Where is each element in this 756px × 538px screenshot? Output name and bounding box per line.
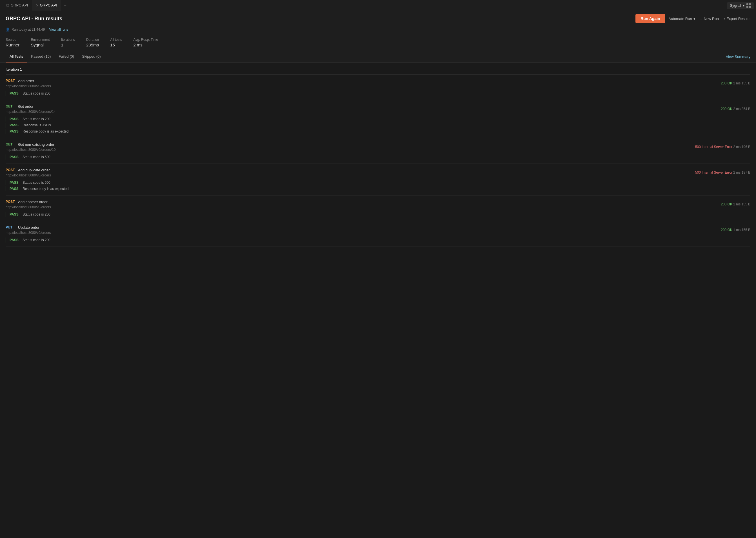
request-size-2: 196 B: [742, 145, 750, 149]
request-meta-3: 500 Internal Server Error 2 ms 187 B: [695, 171, 750, 175]
stat-all-tests: All tests 15: [110, 38, 122, 47]
tests-list-1: PASS Status code is 200 PASS Response is…: [6, 117, 750, 134]
tab-grpc-active-label: GRPC API: [40, 3, 57, 7]
request-size-1: 354 B: [742, 107, 750, 111]
export-icon: ↑: [723, 17, 725, 21]
request-time-1: 2 ms: [733, 107, 740, 111]
run-again-button[interactable]: Run Again: [635, 14, 665, 23]
request-left-3: POST Add duplicate order http://localhos…: [6, 168, 51, 177]
request-size-0: 155 B: [742, 81, 750, 85]
request-left-4: POST Add another order http://localhost:…: [6, 199, 51, 209]
stat-all-tests-label: All tests: [110, 38, 122, 42]
request-status-5: 200 OK: [721, 228, 732, 232]
automate-run-label: Automate Run: [669, 17, 692, 21]
stat-duration-value: 235ms: [86, 42, 99, 47]
tab-passed[interactable]: Passed (15): [27, 51, 55, 63]
request-time-3: 2 ms: [733, 171, 740, 175]
toolbar-actions: Automate Run ▾ + New Run ↑ Export Result…: [669, 16, 750, 21]
method-badge-2: GET: [6, 142, 16, 147]
request-meta-2: 500 Internal Server Error 2 ms 196 B: [695, 145, 750, 149]
request-size-4: 155 B: [742, 202, 750, 206]
test-result-1-1: PASS: [10, 123, 20, 127]
test-label-3-1: Response body is as expected: [23, 187, 68, 191]
tab-grpc-active[interactable]: ▷ GRPC API: [32, 0, 61, 11]
page-title: GRPC API - Run results: [6, 16, 635, 22]
workspace-selector[interactable]: Sygnal ▾: [727, 2, 754, 9]
request-name-3: Add duplicate order: [18, 168, 50, 172]
request-time-5: 1 ms: [733, 228, 740, 232]
tests-list-0: PASS Status code is 200: [6, 91, 750, 96]
request-name-2: Get non-exisitng order: [18, 142, 54, 147]
request-left-0: POST Add order http://localhost:8080/v0/…: [6, 79, 51, 88]
automate-run-button[interactable]: Automate Run ▾: [669, 17, 695, 21]
test-item-1-2: PASS Response body is as expected: [6, 129, 750, 134]
stat-iterations-value: 1: [61, 42, 75, 47]
meta-separator: ·: [46, 27, 47, 31]
export-results-label: Export Results: [726, 17, 750, 21]
stat-environment-label: Environment: [31, 38, 50, 42]
request-block-2[interactable]: GET Get non-exisitng order http://localh…: [6, 138, 750, 164]
tab-all-tests[interactable]: All Tests: [6, 51, 27, 63]
request-header-3: POST Add duplicate order http://localhos…: [6, 168, 750, 177]
request-header-2: GET Get non-exisitng order http://localh…: [6, 142, 750, 152]
new-run-plus-icon: +: [700, 16, 703, 21]
stat-source: Source Runner: [6, 38, 20, 47]
request-name-4: Add another order: [18, 200, 48, 204]
request-name-1: Get order: [18, 104, 33, 109]
test-item-3-0: PASS Status code is 500: [6, 180, 750, 185]
test-item-0-0: PASS Status code is 200: [6, 91, 750, 96]
request-block-3[interactable]: POST Add duplicate order http://localhos…: [6, 164, 750, 195]
test-item-1-1: PASS Response is JSON: [6, 123, 750, 128]
test-result-4-0: PASS: [10, 212, 20, 216]
test-label-3-0: Status code is 500: [23, 181, 50, 185]
request-status-2: 500 Internal Server Error: [695, 145, 732, 149]
tab-skipped[interactable]: Skipped (0): [78, 51, 104, 63]
filter-tabs: All Tests Passed (15) Failed (0) Skipped…: [0, 51, 756, 63]
request-header-5: PUT Update order http://localhost:8080/v…: [6, 225, 750, 235]
test-item-1-0: PASS Status code is 200: [6, 117, 750, 122]
iteration-header: Iteration 1: [6, 63, 750, 75]
request-left-1: GET Get order http://localhost:8080/v0/o…: [6, 104, 55, 114]
test-label-1-2: Response body is as expected: [23, 130, 68, 134]
method-badge-0: POST: [6, 79, 16, 83]
view-all-runs-link[interactable]: View all runs: [49, 27, 68, 31]
method-badge-5: PUT: [6, 225, 16, 230]
tab-failed[interactable]: Failed (0): [55, 51, 78, 63]
request-url-4: http://localhost:8080/v0/orders: [6, 205, 51, 209]
method-badge-4: POST: [6, 199, 16, 204]
request-block-1[interactable]: GET Get order http://localhost:8080/v0/o…: [6, 100, 750, 138]
request-block-4[interactable]: POST Add another order http://localhost:…: [6, 195, 750, 221]
method-badge-3: POST: [6, 168, 16, 172]
test-label-4-0: Status code is 200: [23, 212, 50, 216]
request-header-1: GET Get order http://localhost:8080/v0/o…: [6, 104, 750, 114]
new-run-button[interactable]: + New Run: [700, 16, 719, 21]
view-summary-button[interactable]: View Summary: [726, 51, 750, 62]
toolbar: GRPC API - Run results Run Again Automat…: [0, 11, 756, 26]
method-badge-1: GET: [6, 104, 16, 109]
user-icon: 👤: [6, 27, 10, 31]
request-size-5: 155 B: [742, 228, 750, 232]
tab-grpc-inactive[interactable]: ▢ GRPC API: [2, 0, 32, 11]
test-label-2-0: Status code is 500: [23, 155, 50, 159]
request-header-4: POST Add another order http://localhost:…: [6, 199, 750, 209]
export-results-button[interactable]: ↑ Export Results: [723, 17, 750, 21]
request-name-row-4: POST Add another order: [6, 199, 51, 204]
request-url-2: http://localhost:8080/v0/orders/10: [6, 148, 55, 152]
meta-row: 👤 Ran today at 21:44:49 · View all runs: [0, 26, 756, 34]
stat-source-value: Runner: [6, 42, 20, 47]
request-block-0[interactable]: POST Add order http://localhost:8080/v0/…: [6, 75, 750, 100]
add-tab-button[interactable]: +: [61, 0, 69, 11]
tests-list-4: PASS Status code is 200: [6, 212, 750, 217]
file-icon: ▢: [6, 3, 9, 7]
request-url-1: http://localhost:8080/v0/orders/14: [6, 110, 55, 114]
stat-avg-resp-label: Avg. Resp. Time: [133, 38, 158, 42]
request-status-3: 500 Internal Server Error: [695, 171, 732, 175]
request-meta-4: 200 OK 2 ms 155 B: [721, 202, 750, 206]
request-block-5[interactable]: PUT Update order http://localhost:8080/v…: [6, 221, 750, 247]
test-item-5-0: PASS Status code is 200: [6, 238, 750, 242]
test-label-0-0: Status code is 200: [23, 91, 50, 95]
tab-bar: ▢ GRPC API ▷ GRPC API + Sygnal ▾: [0, 0, 756, 11]
request-name-0: Add order: [18, 79, 34, 83]
test-label-5-0: Status code is 200: [23, 238, 50, 242]
request-header-0: POST Add order http://localhost:8080/v0/…: [6, 79, 750, 88]
